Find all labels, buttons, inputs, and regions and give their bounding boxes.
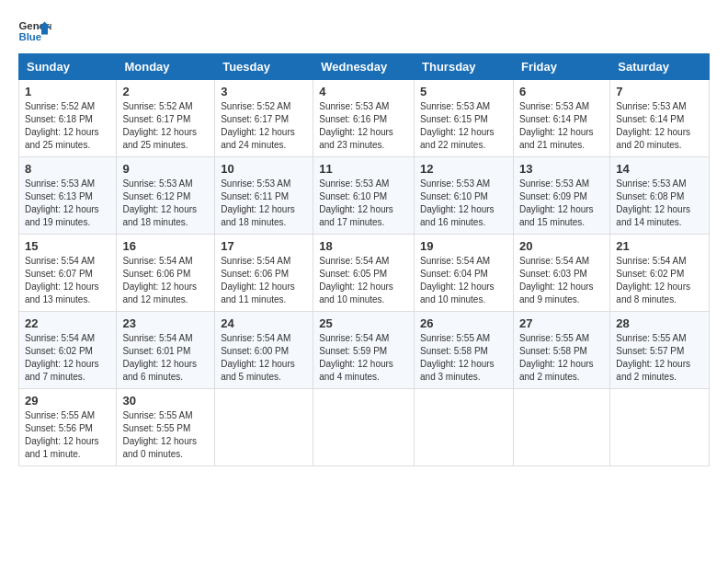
day-number: 5 xyxy=(420,85,507,98)
day-number: 14 xyxy=(616,162,703,176)
week-row-1: 1Sunrise: 5:52 AM Sunset: 6:18 PM Daylig… xyxy=(19,80,710,157)
day-cell: 21Sunrise: 5:54 AM Sunset: 6:02 PM Dayli… xyxy=(610,235,710,312)
day-info: Sunrise: 5:54 AM Sunset: 6:05 PM Dayligh… xyxy=(319,255,408,306)
day-number: 9 xyxy=(122,162,209,176)
day-number: 24 xyxy=(221,316,307,330)
day-cell xyxy=(215,389,313,466)
day-number: 15 xyxy=(25,239,110,253)
day-cell: 13Sunrise: 5:53 AM Sunset: 6:09 PM Dayli… xyxy=(513,157,609,235)
day-cell: 19Sunrise: 5:54 AM Sunset: 6:04 PM Dayli… xyxy=(415,235,514,312)
day-number: 30 xyxy=(122,394,209,408)
day-cell xyxy=(415,389,514,466)
day-cell: 9Sunrise: 5:53 AM Sunset: 6:12 PM Daylig… xyxy=(117,157,215,235)
day-info: Sunrise: 5:54 AM Sunset: 6:02 PM Dayligh… xyxy=(25,332,110,384)
day-info: Sunrise: 5:54 AM Sunset: 6:04 PM Dayligh… xyxy=(420,255,507,306)
day-cell xyxy=(513,389,609,466)
week-row-3: 15Sunrise: 5:54 AM Sunset: 6:07 PM Dayli… xyxy=(19,235,710,312)
week-row-2: 8Sunrise: 5:53 AM Sunset: 6:13 PM Daylig… xyxy=(19,157,710,235)
day-cell: 30Sunrise: 5:55 AM Sunset: 5:55 PM Dayli… xyxy=(117,389,215,466)
day-number: 20 xyxy=(519,239,604,253)
day-cell: 27Sunrise: 5:55 AM Sunset: 5:58 PM Dayli… xyxy=(513,312,609,389)
day-cell: 28Sunrise: 5:55 AM Sunset: 5:57 PM Dayli… xyxy=(610,312,710,389)
day-cell: 20Sunrise: 5:54 AM Sunset: 6:03 PM Dayli… xyxy=(513,235,609,312)
day-info: Sunrise: 5:54 AM Sunset: 6:02 PM Dayligh… xyxy=(616,255,703,306)
day-number: 3 xyxy=(221,85,307,98)
header: General Blue xyxy=(18,18,710,44)
day-number: 10 xyxy=(221,162,307,176)
day-cell: 1Sunrise: 5:52 AM Sunset: 6:18 PM Daylig… xyxy=(19,80,117,157)
calendar-table: SundayMondayTuesdayWednesdayThursdayFrid… xyxy=(18,53,710,466)
day-cell: 24Sunrise: 5:54 AM Sunset: 6:00 PM Dayli… xyxy=(215,312,313,389)
day-info: Sunrise: 5:53 AM Sunset: 6:12 PM Dayligh… xyxy=(122,178,209,229)
logo: General Blue xyxy=(18,18,51,44)
day-info: Sunrise: 5:53 AM Sunset: 6:10 PM Dayligh… xyxy=(319,178,408,229)
col-header-monday: Monday xyxy=(117,54,215,80)
day-cell: 8Sunrise: 5:53 AM Sunset: 6:13 PM Daylig… xyxy=(19,157,117,235)
day-number: 12 xyxy=(420,162,507,176)
day-number: 29 xyxy=(25,394,110,408)
day-cell: 6Sunrise: 5:53 AM Sunset: 6:14 PM Daylig… xyxy=(513,80,609,157)
week-row-4: 22Sunrise: 5:54 AM Sunset: 6:02 PM Dayli… xyxy=(19,312,710,389)
day-number: 21 xyxy=(616,239,703,253)
day-cell: 26Sunrise: 5:55 AM Sunset: 5:58 PM Dayli… xyxy=(415,312,514,389)
day-cell: 12Sunrise: 5:53 AM Sunset: 6:10 PM Dayli… xyxy=(415,157,514,235)
day-info: Sunrise: 5:52 AM Sunset: 6:17 PM Dayligh… xyxy=(221,100,307,152)
day-cell: 3Sunrise: 5:52 AM Sunset: 6:17 PM Daylig… xyxy=(215,80,313,157)
day-number: 28 xyxy=(616,316,703,330)
day-number: 19 xyxy=(420,239,507,253)
day-number: 26 xyxy=(420,316,507,330)
day-info: Sunrise: 5:55 AM Sunset: 5:57 PM Dayligh… xyxy=(616,332,703,384)
day-info: Sunrise: 5:55 AM Sunset: 5:56 PM Dayligh… xyxy=(25,409,110,461)
day-number: 16 xyxy=(122,239,209,253)
day-number: 1 xyxy=(25,85,110,98)
day-cell: 18Sunrise: 5:54 AM Sunset: 6:05 PM Dayli… xyxy=(313,235,415,312)
header-row: SundayMondayTuesdayWednesdayThursdayFrid… xyxy=(19,54,710,80)
day-cell: 29Sunrise: 5:55 AM Sunset: 5:56 PM Dayli… xyxy=(19,389,117,466)
day-info: Sunrise: 5:53 AM Sunset: 6:08 PM Dayligh… xyxy=(616,178,703,229)
day-info: Sunrise: 5:54 AM Sunset: 6:06 PM Dayligh… xyxy=(221,255,307,306)
day-info: Sunrise: 5:53 AM Sunset: 6:11 PM Dayligh… xyxy=(221,178,307,229)
day-number: 6 xyxy=(519,85,604,98)
col-header-saturday: Saturday xyxy=(610,54,710,80)
day-info: Sunrise: 5:55 AM Sunset: 5:58 PM Dayligh… xyxy=(420,332,507,384)
day-number: 22 xyxy=(25,316,110,330)
day-cell: 4Sunrise: 5:53 AM Sunset: 6:16 PM Daylig… xyxy=(313,80,415,157)
day-info: Sunrise: 5:54 AM Sunset: 5:59 PM Dayligh… xyxy=(319,332,408,384)
day-number: 27 xyxy=(519,316,604,330)
day-number: 8 xyxy=(25,162,110,176)
day-info: Sunrise: 5:55 AM Sunset: 5:58 PM Dayligh… xyxy=(519,332,604,384)
day-info: Sunrise: 5:53 AM Sunset: 6:14 PM Dayligh… xyxy=(519,100,604,152)
day-info: Sunrise: 5:53 AM Sunset: 6:09 PM Dayligh… xyxy=(519,178,604,229)
col-header-wednesday: Wednesday xyxy=(313,54,415,80)
day-cell: 7Sunrise: 5:53 AM Sunset: 6:14 PM Daylig… xyxy=(610,80,710,157)
day-cell: 15Sunrise: 5:54 AM Sunset: 6:07 PM Dayli… xyxy=(19,235,117,312)
col-header-friday: Friday xyxy=(513,54,609,80)
day-info: Sunrise: 5:54 AM Sunset: 6:01 PM Dayligh… xyxy=(122,332,209,384)
day-cell: 10Sunrise: 5:53 AM Sunset: 6:11 PM Dayli… xyxy=(215,157,313,235)
day-info: Sunrise: 5:55 AM Sunset: 5:55 PM Dayligh… xyxy=(122,409,209,461)
day-info: Sunrise: 5:52 AM Sunset: 6:17 PM Dayligh… xyxy=(122,100,209,152)
day-info: Sunrise: 5:54 AM Sunset: 6:00 PM Dayligh… xyxy=(221,332,307,384)
day-cell: 17Sunrise: 5:54 AM Sunset: 6:06 PM Dayli… xyxy=(215,235,313,312)
day-number: 2 xyxy=(122,85,209,98)
day-cell: 5Sunrise: 5:53 AM Sunset: 6:15 PM Daylig… xyxy=(415,80,514,157)
svg-text:Blue: Blue xyxy=(19,31,42,42)
day-number: 11 xyxy=(319,162,408,176)
day-info: Sunrise: 5:54 AM Sunset: 6:06 PM Dayligh… xyxy=(122,255,209,306)
col-header-thursday: Thursday xyxy=(415,54,514,80)
day-number: 4 xyxy=(319,85,408,98)
day-cell: 23Sunrise: 5:54 AM Sunset: 6:01 PM Dayli… xyxy=(117,312,215,389)
day-cell: 11Sunrise: 5:53 AM Sunset: 6:10 PM Dayli… xyxy=(313,157,415,235)
col-header-tuesday: Tuesday xyxy=(215,54,313,80)
day-info: Sunrise: 5:52 AM Sunset: 6:18 PM Dayligh… xyxy=(25,100,110,152)
day-info: Sunrise: 5:53 AM Sunset: 6:14 PM Dayligh… xyxy=(616,100,703,152)
day-number: 17 xyxy=(221,239,307,253)
day-cell: 22Sunrise: 5:54 AM Sunset: 6:02 PM Dayli… xyxy=(19,312,117,389)
day-cell: 14Sunrise: 5:53 AM Sunset: 6:08 PM Dayli… xyxy=(610,157,710,235)
day-cell: 2Sunrise: 5:52 AM Sunset: 6:17 PM Daylig… xyxy=(117,80,215,157)
week-row-5: 29Sunrise: 5:55 AM Sunset: 5:56 PM Dayli… xyxy=(19,389,710,466)
day-number: 23 xyxy=(122,316,209,330)
day-cell: 25Sunrise: 5:54 AM Sunset: 5:59 PM Dayli… xyxy=(313,312,415,389)
day-cell: 16Sunrise: 5:54 AM Sunset: 6:06 PM Dayli… xyxy=(117,235,215,312)
day-info: Sunrise: 5:53 AM Sunset: 6:10 PM Dayligh… xyxy=(420,178,507,229)
